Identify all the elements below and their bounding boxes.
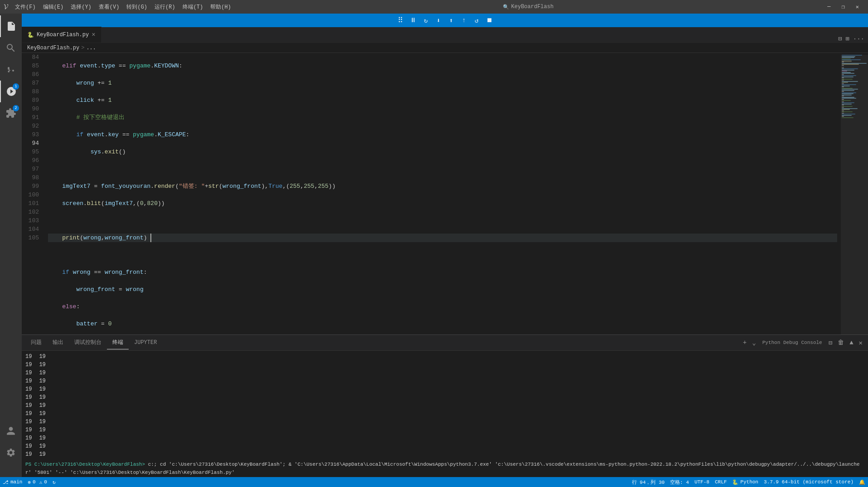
status-branch[interactable]: ⎇ main <box>0 479 25 485</box>
code-line-98: else: <box>48 302 837 311</box>
status-notification[interactable]: 🔔 <box>856 479 868 486</box>
status-warning-count: 0 <box>44 479 47 485</box>
code-line-94: print(wrong,wrong_front) <box>48 234 837 242</box>
debug-stop-btn[interactable]: ⏹ <box>484 15 495 26</box>
breadcrumb-file[interactable]: KeyBoardFlash.py <box>27 45 79 51</box>
debug-step-over-btn[interactable]: ⬇ <box>433 15 444 26</box>
debug-restart-btn[interactable]: ↻ <box>420 15 431 26</box>
split-terminal-btn[interactable]: ⊟ <box>827 338 834 348</box>
tab-jupyter[interactable]: JUPYTER <box>129 337 162 349</box>
terminal-panel: 问题 输出 调试控制台 终端 JUPYTER + ⌄ Python Debug … <box>22 334 868 477</box>
code-line-87: # 按下空格键退出 <box>48 113 837 122</box>
term-output-8: 1919 <box>25 410 864 418</box>
tab-close-button[interactable]: × <box>92 31 95 38</box>
live-share-icon: ↻ <box>53 479 56 485</box>
debug-step-into-btn[interactable]: ⬆ <box>446 15 457 26</box>
debug-step-out-btn[interactable]: ↑ <box>458 15 469 26</box>
debug-grid-btn[interactable]: ⠿ <box>395 15 406 26</box>
code-line-90 <box>48 165 837 173</box>
activity-settings[interactable] <box>0 442 22 463</box>
titlebar: 𝓥 文件(F) 编辑(E) 选择(Y) 查看(V) 转到(G) 运行(R) 终端… <box>0 0 868 14</box>
status-branch-name: main <box>10 479 22 485</box>
menu-run[interactable]: 运行(R) <box>151 1 179 13</box>
term-output-5: 1919 <box>25 385 864 393</box>
bell-icon: 🔔 <box>859 479 865 485</box>
status-line-ending[interactable]: CRLF <box>712 479 729 486</box>
term-output-13: 1919 <box>25 450 864 458</box>
warning-icon: ⚠ <box>39 479 43 485</box>
breadcrumb: KeyBoardFlash.py > ... <box>22 43 868 53</box>
minimize-button[interactable]: — <box>822 2 836 12</box>
menu-terminal[interactable]: 终端(T) <box>179 1 207 13</box>
term-output-11: 1919 <box>25 434 864 442</box>
python-icon: 🐍 <box>732 479 738 485</box>
window-controls: — ❐ ✕ <box>822 2 864 12</box>
close-panel-btn[interactable]: ✕ <box>857 338 864 348</box>
kill-terminal-btn[interactable]: 🗑 <box>836 338 846 347</box>
error-icon: ⊗ <box>28 479 31 485</box>
maximize-button[interactable]: ❐ <box>836 2 850 12</box>
code-editor[interactable]: 84 85 86 87 88 89 90 91 92 93 94 95 96 9… <box>22 53 868 334</box>
term-output-10: 1919 <box>25 426 864 434</box>
menu-view[interactable]: 查看(V) <box>95 1 123 13</box>
status-language[interactable]: 🐍 Python <box>729 479 761 486</box>
close-button[interactable]: ✕ <box>850 2 864 12</box>
status-line-col[interactable]: 行 94，列 30 <box>629 479 668 486</box>
line-numbers: 84 85 86 87 88 89 90 91 92 93 94 95 96 9… <box>22 53 44 334</box>
activity-source-control[interactable] <box>0 59 22 81</box>
code-line-96: if wrong == wrong_front: <box>48 268 837 277</box>
code-line-93 <box>48 216 837 225</box>
activity-bottom <box>0 420 22 463</box>
more-actions-icon[interactable]: ··· <box>853 35 864 43</box>
debug-pause-btn[interactable]: ⏸ <box>408 15 419 26</box>
code-line-99: batter = 0 <box>48 320 837 328</box>
editor-layout-icon[interactable]: ⊟ <box>838 35 842 43</box>
code-line-97: wrong_front = wrong <box>48 285 837 294</box>
activity-extensions[interactable]: 2 <box>0 102 22 124</box>
activity-files[interactable] <box>0 15 22 37</box>
code-line-88: if event.key == pygame.K_ESCAPE: <box>48 130 837 139</box>
term-command: PS C:\Users\27316\Desktop\KeyBoardFlash>… <box>25 460 864 477</box>
activity-run[interactable]: 1 <box>0 81 22 102</box>
status-error-count: 0 <box>33 479 36 485</box>
tab-debug-console[interactable]: 调试控制台 <box>69 336 107 349</box>
code-line-85: wrong += 1 <box>48 79 837 87</box>
tab-output[interactable]: 输出 <box>47 336 69 349</box>
new-terminal-btn[interactable]: + <box>741 338 748 347</box>
tab-problems[interactable]: 问题 <box>25 336 47 349</box>
debug-reload-btn[interactable]: ↺ <box>471 15 482 26</box>
menu-help[interactable]: 帮助(H) <box>207 1 235 13</box>
terminal-toolbar: + ⌄ Python Debug Console ⊟ 🗑 ▲ ✕ <box>741 338 864 348</box>
maximize-panel-btn[interactable]: ▲ <box>848 338 855 347</box>
code-line-95 <box>48 251 837 259</box>
menu-select[interactable]: 选择(Y) <box>67 1 95 13</box>
code-line-89: sys.exit() <box>48 148 837 156</box>
status-spaces[interactable]: 空格: 4 <box>667 479 692 486</box>
code-line-92: screen.blit(imgText7,(0,820)) <box>48 199 837 208</box>
tab-keyboardflash[interactable]: 🐍 KeyBoardFlash.py × <box>22 27 101 43</box>
status-encoding[interactable]: UTF-8 <box>692 479 712 486</box>
code-content[interactable]: elif event.type == pygame.KEYDOWN: wrong… <box>44 53 841 334</box>
split-editor-icon[interactable]: ⊞ <box>845 35 849 43</box>
terminal-content[interactable]: 1919 1919 1919 1919 1919 1919 1919 1919 … <box>22 351 868 477</box>
menu-edit[interactable]: 编辑(E) <box>39 1 68 13</box>
menu-file[interactable]: 文件(F) <box>11 1 39 13</box>
python-debug-console-label: Python Debug Console <box>762 340 822 345</box>
term-output-7: 1919 <box>25 401 864 410</box>
activity-search[interactable] <box>0 37 22 59</box>
breadcrumb-symbol[interactable]: ... <box>86 45 96 51</box>
code-line-84: elif event.type == pygame.KEYDOWN: <box>48 62 837 70</box>
editor-wrapper: ⠿ ⏸ ↻ ⬇ ⬆ ↑ ↺ ⏹ 🐍 KeyBoardFlash.py × ⊟ ⊞… <box>22 14 868 477</box>
term-output-6: 1919 <box>25 393 864 401</box>
tab-icon: 🐍 <box>27 32 34 38</box>
activity-account[interactable] <box>0 420 22 442</box>
status-live[interactable]: ↻ <box>50 479 58 485</box>
status-errors[interactable]: ⊗ 0 ⚠ 0 <box>25 479 49 485</box>
app-icon: 𝓥 <box>4 3 8 11</box>
search-bar: 🔍 KeyBoardFlash <box>238 4 818 10</box>
status-version[interactable]: 3.7.9 64-bit (microsoft store) <box>761 479 856 486</box>
search-text: KeyBoardFlash <box>511 4 554 10</box>
tab-terminal[interactable]: 终端 <box>107 336 129 349</box>
menu-goto[interactable]: 转到(G) <box>123 1 151 13</box>
terminal-dropdown-btn[interactable]: ⌄ <box>750 338 757 348</box>
